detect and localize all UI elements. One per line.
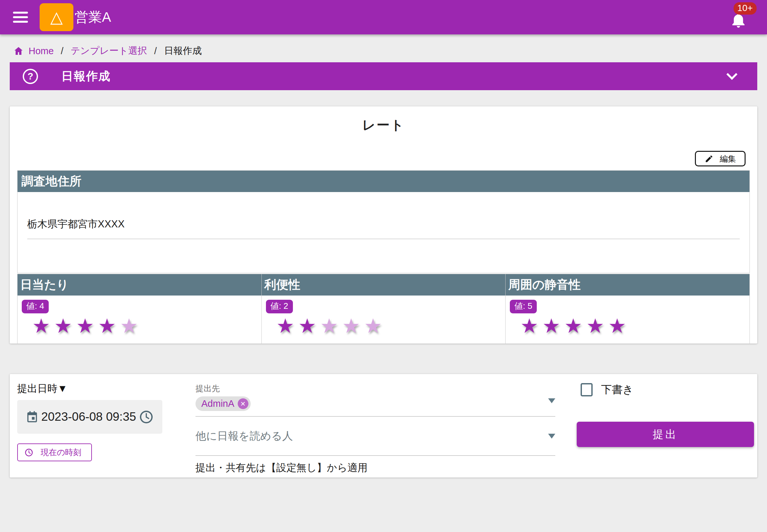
rating-section-convenience: 利便性 値: 2 ★★★★★ bbox=[262, 274, 506, 344]
menu-icon[interactable] bbox=[13, 12, 28, 23]
rating-section-quietness: 周囲の静音性 値: 5 ★★★★★ bbox=[505, 274, 750, 344]
star-filled-icon[interactable]: ★ bbox=[520, 315, 542, 337]
help-icon[interactable]: ? bbox=[23, 69, 38, 84]
notifications-button[interactable]: 10+ bbox=[728, 2, 753, 32]
recipient-select[interactable]: AdminA ✕ bbox=[196, 396, 555, 417]
dropdown-arrow-icon[interactable] bbox=[548, 398, 555, 403]
draft-checkbox[interactable] bbox=[581, 383, 593, 396]
star-filled-icon[interactable]: ★ bbox=[32, 315, 54, 337]
submission-card: 提出日時▼ 2023-06-08 09:35 現在の時刻 提出先 AdminA … bbox=[10, 374, 757, 478]
rating-section-sunlight: 日当たり 値: 4 ★★★★★ bbox=[17, 274, 262, 344]
app-title: 営業A bbox=[75, 8, 111, 26]
calendar-icon bbox=[26, 410, 39, 424]
submit-datetime-label[interactable]: 提出日時▼ bbox=[17, 382, 175, 395]
address-value-field[interactable]: 栃木県宇都宮市XXXX bbox=[27, 217, 740, 239]
star-rating: ★★★★★ bbox=[520, 316, 749, 336]
app-logo[interactable]: △ bbox=[40, 3, 73, 31]
rating-value-badge: 値: 4 bbox=[22, 300, 49, 313]
readers-select[interactable]: 他に日報を読める人 bbox=[196, 417, 555, 456]
star-filled-icon[interactable]: ★ bbox=[54, 315, 76, 337]
readers-placeholder: 他に日報を読める人 bbox=[196, 429, 293, 443]
star-empty-icon[interactable]: ★ bbox=[320, 315, 342, 337]
home-icon[interactable] bbox=[13, 46, 24, 56]
draft-option: 下書き bbox=[581, 382, 755, 397]
current-time-button-label: 現在の時刻 bbox=[41, 447, 81, 458]
star-rating: ★★★★★ bbox=[32, 316, 262, 336]
report-banner: ? 日報作成 bbox=[10, 62, 757, 90]
datetime-value[interactable]: 2023-06-08 09:35 bbox=[39, 410, 139, 424]
draft-label[interactable]: 下書き bbox=[601, 382, 634, 397]
edit-button-label: 編集 bbox=[720, 153, 736, 164]
dropdown-arrow-icon[interactable] bbox=[548, 434, 555, 439]
edit-button[interactable]: 編集 bbox=[695, 151, 746, 166]
star-filled-icon[interactable]: ★ bbox=[98, 315, 120, 337]
star-empty-icon[interactable]: ★ bbox=[364, 315, 386, 337]
star-filled-icon[interactable]: ★ bbox=[586, 315, 608, 337]
clock-icon bbox=[24, 448, 33, 457]
template-title: レート bbox=[10, 106, 757, 134]
star-filled-icon[interactable]: ★ bbox=[542, 315, 564, 337]
page-title: 日報作成 bbox=[61, 68, 111, 84]
rating-header: 利便性 bbox=[262, 274, 505, 296]
notification-badge: 10+ bbox=[734, 2, 757, 15]
breadcrumb-template-link[interactable]: テンプレート選択 bbox=[70, 44, 147, 57]
ratings-row: 日当たり 値: 4 ★★★★★ 利便性 値: 2 ★★★★★ 周囲の静音性 値:… bbox=[17, 274, 750, 344]
breadcrumb: Home / テンプレート選択 / 日報作成 bbox=[13, 44, 754, 58]
chevron-down-icon[interactable] bbox=[726, 69, 737, 80]
recipient-chip[interactable]: AdminA ✕ bbox=[196, 396, 251, 411]
rating-header: 周囲の静音性 bbox=[505, 274, 749, 296]
share-note: 提出・共有先は【設定無し】から適用 bbox=[196, 461, 555, 475]
star-filled-icon[interactable]: ★ bbox=[564, 315, 587, 337]
chip-close-icon[interactable]: ✕ bbox=[238, 398, 249, 409]
star-filled-icon[interactable]: ★ bbox=[608, 315, 630, 337]
star-empty-icon[interactable]: ★ bbox=[120, 315, 142, 337]
clock-icon bbox=[139, 409, 154, 425]
submit-button[interactable]: 提出 bbox=[577, 422, 754, 447]
report-card: レート 編集 調査地住所 栃木県宇都宮市XXXX 日当たり 値: 4 ★★★★★… bbox=[10, 106, 757, 344]
star-filled-icon[interactable]: ★ bbox=[276, 315, 298, 337]
address-section-header: 調査地住所 bbox=[18, 171, 749, 192]
rating-header: 日当たり bbox=[18, 274, 262, 296]
breadcrumb-current-page: 日報作成 bbox=[164, 44, 202, 57]
address-section: 調査地住所 栃木県宇都宮市XXXX bbox=[17, 170, 750, 273]
rating-value-badge: 値: 2 bbox=[266, 300, 293, 313]
pencil-icon bbox=[705, 154, 713, 163]
app-header: △ 営業A 10+ bbox=[0, 0, 767, 34]
triangle-icon: △ bbox=[50, 9, 63, 25]
star-filled-icon[interactable]: ★ bbox=[76, 315, 98, 337]
star-filled-icon[interactable]: ★ bbox=[298, 315, 320, 337]
star-empty-icon[interactable]: ★ bbox=[342, 315, 364, 337]
breadcrumb-separator: / bbox=[154, 46, 157, 56]
recipient-label: 提出先 bbox=[196, 383, 555, 394]
current-time-button[interactable]: 現在の時刻 bbox=[17, 443, 92, 461]
breadcrumb-separator: / bbox=[61, 46, 63, 56]
recipient-chip-label: AdminA bbox=[201, 398, 235, 409]
star-rating: ★★★★★ bbox=[276, 316, 505, 336]
breadcrumb-home-link[interactable]: Home bbox=[29, 46, 54, 56]
rating-value-badge: 値: 5 bbox=[510, 300, 537, 313]
datetime-field[interactable]: 2023-06-08 09:35 bbox=[17, 400, 162, 434]
